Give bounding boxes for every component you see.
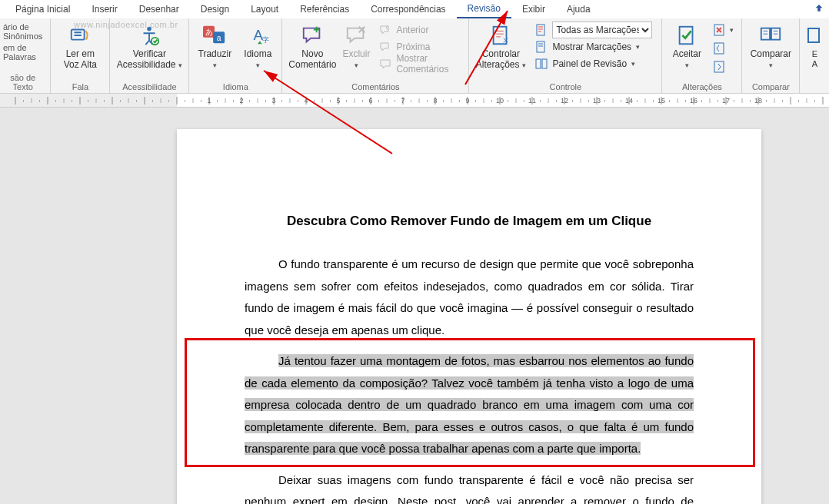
- watermark-text: www.ninjadoexcel.com.br: [74, 20, 178, 29]
- ruler-ticks: 123456789101112131415161718: [0, 94, 829, 108]
- compare-button[interactable]: Comparar▾: [747, 20, 794, 74]
- tab-desenhar[interactable]: Desenhar: [128, 1, 190, 18]
- svg-rect-11: [537, 41, 544, 52]
- svg-rect-20: [808, 28, 819, 42]
- svg-text:17: 17: [722, 97, 730, 104]
- svg-text:3: 3: [271, 97, 275, 104]
- horizontal-ruler[interactable]: 123456789101112131415161718: [0, 94, 829, 108]
- ribbon: ário de Sinônimos em de Palavras são de …: [0, 18, 829, 94]
- svg-rect-14: [680, 27, 693, 45]
- document-workspace: Descubra Como Remover Fundo de Imagem em…: [0, 108, 829, 504]
- language-button[interactable]: A字 Idioma▾: [238, 20, 277, 74]
- accept-icon: [674, 23, 699, 48]
- prev-comment-button: Anterior: [375, 22, 464, 38]
- next-change-button[interactable]: [710, 58, 737, 75]
- svg-text:13: 13: [593, 97, 601, 104]
- svg-text:4: 4: [304, 97, 308, 104]
- new-comment-icon: [300, 23, 325, 48]
- svg-text:15: 15: [658, 97, 665, 104]
- prev-change-button[interactable]: [710, 40, 737, 57]
- next-change-icon: [713, 61, 725, 73]
- word-count-item[interactable]: em de Palavras: [0, 42, 45, 63]
- show-comments-icon: [379, 58, 391, 70]
- svg-text:5: 5: [336, 97, 340, 104]
- reject-button[interactable]: ▾: [710, 22, 737, 38]
- tab-ajuda[interactable]: Ajuda: [556, 1, 601, 18]
- svg-rect-12: [536, 59, 541, 68]
- markup-doc-icon: [535, 24, 548, 36]
- menu-tabs: Página Inicial Inserir Desenhar Design L…: [0, 0, 829, 18]
- review-pane-icon: [535, 58, 548, 70]
- accept-button[interactable]: Aceitar▾: [667, 20, 707, 74]
- group-acessibilidade-caption: Acessibilidade: [115, 81, 184, 93]
- svg-rect-10: [537, 25, 544, 35]
- svg-text:12: 12: [561, 97, 568, 104]
- group-comparar-caption: Comparar: [747, 81, 794, 93]
- tab-design[interactable]: Design: [190, 1, 240, 18]
- translate-icon: あa: [202, 23, 227, 48]
- svg-text:6: 6: [368, 97, 372, 104]
- track-changes-icon: [488, 23, 513, 48]
- group-fala-caption: Fala: [55, 81, 105, 93]
- new-comment-button[interactable]: Novo Comentário: [287, 20, 338, 74]
- delete-comment-button: Excluir▾: [341, 20, 371, 74]
- delete-comment-icon: [344, 23, 368, 48]
- show-markup-button[interactable]: Mostrar Marcações ▾: [531, 38, 657, 55]
- translate-button[interactable]: あa Traduzir▾: [194, 20, 235, 74]
- svg-text:字: 字: [262, 36, 269, 44]
- next-comment-icon: [379, 41, 391, 53]
- svg-rect-17: [714, 61, 724, 72]
- reject-icon: [713, 24, 725, 36]
- show-markup-icon: [535, 41, 548, 53]
- tab-inserir[interactable]: Inserir: [81, 1, 128, 18]
- tab-revisao[interactable]: Revisão: [457, 0, 511, 18]
- svg-rect-13: [542, 59, 547, 68]
- svg-point-2: [151, 38, 158, 45]
- svg-rect-16: [714, 43, 724, 54]
- paragraph-3[interactable]: Deixar suas imagens com fundo transparen…: [245, 469, 694, 505]
- svg-text:9: 9: [465, 97, 469, 104]
- group-idioma-caption: Idioma: [194, 81, 277, 93]
- paragraph-1[interactable]: O fundo transparente é um recurso de des…: [245, 254, 694, 341]
- share-button[interactable]: [814, 4, 824, 15]
- svg-text:14: 14: [625, 97, 633, 104]
- group-controle-caption: Controle: [474, 81, 657, 93]
- review-pane-button[interactable]: Painel de Revisão ▾: [531, 55, 657, 72]
- tab-referencias[interactable]: Referências: [289, 1, 360, 18]
- tab-pagina-inicial[interactable]: Página Inicial: [5, 1, 81, 18]
- tab-exibir[interactable]: Exibir: [511, 1, 556, 18]
- svg-text:あ: あ: [205, 28, 213, 36]
- thesaurus-item[interactable]: ário de Sinônimos: [0, 22, 45, 42]
- svg-text:8: 8: [433, 97, 437, 104]
- track-changes-button[interactable]: Controlar Alterações ▾: [474, 20, 528, 74]
- svg-text:7: 7: [401, 97, 405, 104]
- svg-text:2: 2: [239, 97, 243, 104]
- block-authors-icon: [802, 23, 827, 48]
- block-authors-button[interactable]: EA: [804, 20, 824, 71]
- svg-text:a: a: [217, 34, 221, 42]
- prev-comment-icon: [379, 24, 391, 36]
- document-title[interactable]: Descubra Como Remover Fundo de Imagem em…: [245, 214, 694, 229]
- group-alteracoes-caption: Alterações: [667, 81, 737, 93]
- markup-select[interactable]: Todas as Marcações: [552, 22, 652, 38]
- tab-correspondencias[interactable]: Correspondências: [360, 1, 456, 18]
- tab-layout[interactable]: Layout: [240, 1, 289, 18]
- svg-text:18: 18: [754, 97, 762, 104]
- svg-text:10: 10: [496, 97, 504, 104]
- markup-display-combo[interactable]: Todas as Marcações: [531, 22, 657, 38]
- svg-text:11: 11: [528, 97, 536, 104]
- group-proofing-caption: são de Texto: [0, 72, 45, 93]
- show-comments-button: Mostrar Comentários: [375, 55, 464, 72]
- compare-icon: [758, 23, 783, 48]
- group-comentarios-caption: Comentários: [287, 81, 464, 93]
- prev-change-icon: [713, 42, 725, 55]
- svg-text:16: 16: [690, 97, 697, 104]
- language-icon: A字: [245, 23, 270, 48]
- svg-text:1: 1: [207, 97, 211, 104]
- selection-highlight-box: [185, 338, 755, 467]
